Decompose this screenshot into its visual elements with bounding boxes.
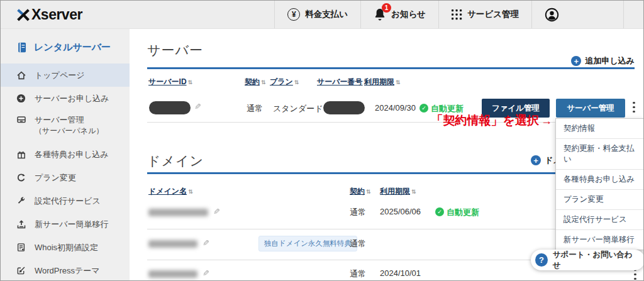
sidebar-item-plan-change[interactable]: プラン変更 [1,166,130,189]
col-domain-name[interactable]: ドメイン名⇅ [148,186,193,197]
payment-button[interactable]: ¥ 料金支払い [274,1,360,28]
service-management-label: サービス管理 [467,9,519,20]
menu-item-renewal-payment[interactable]: 契約更新・料金支払い [556,139,643,170]
sidebar-item-server-migration[interactable]: 新サーバー簡単移行 [1,212,130,236]
domain-name-redacted [148,270,197,278]
header-spacer [623,1,643,28]
server-management-button[interactable]: サーバー管理 [556,99,625,118]
menu-item-plan-change[interactable]: プラン変更 [556,190,643,210]
col-domain-contract[interactable]: 契約⇅ [350,186,371,197]
annotation-select-contract-info: 「契約情報」を選択→ [431,113,552,129]
col-expiry[interactable]: 利用期限⇅ [364,77,401,87]
sidebar-item-whois[interactable]: Whois初期値設定 [1,236,130,259]
domain-renewal-status: 自動更新 [447,207,479,218]
news-label: お知らせ [391,9,426,20]
sidebar-item-label: プラン変更 [35,172,76,184]
domain-expiry-value: 2025/06/06 [380,207,421,216]
server-number-redacted [323,101,365,114]
sidebar-item-setup-service[interactable]: 設定代行サービス [1,189,130,212]
grid-icon [452,9,462,20]
menu-item-benefits[interactable]: 各種特典お申し込み [556,170,643,190]
sidebar-item-label: Whois初期値設定 [35,242,98,253]
notification-badge: 1 [382,3,391,13]
edit-domain-icon[interactable]: ✎ [203,268,209,278]
server-section-title: サーバー [147,41,203,59]
header-nav: ¥ 料金支払い 1 お知らせ [274,1,643,28]
sort-icon: ⇅ [366,189,371,195]
edit-server-id-icon[interactable]: ✎ [194,102,201,111]
sidebar-item-label: 新サーバー簡単移行 [35,219,109,230]
service-title: レンタルサーバー [34,41,111,53]
add-server-label: 追加申し込み [585,55,635,67]
sidebar-item-top-page[interactable]: トップページ [1,63,130,87]
sort-icon: ⇅ [188,189,193,195]
rental-server-icon [16,41,28,53]
top-header: Xserver ¥ 料金支払い 1 お知らせ [1,1,643,29]
app-window: Xserver ¥ 料金支払い 1 お知らせ [0,0,644,281]
yen-circle-icon: ¥ [287,8,300,21]
wrench-icon [16,196,26,206]
edit-icon [16,266,26,275]
refresh-icon [16,173,26,182]
sort-icon: ⇅ [261,79,266,85]
col-server-id[interactable]: サーバーID⇅ [148,77,192,87]
home-icon [16,70,26,80]
menu-item-server-migration[interactable]: 新サーバー簡単移行 [556,230,643,250]
col-server-number[interactable]: サーバー番号⇅ [317,77,369,87]
domain-contract-value: 通常 [350,268,366,280]
migrate-icon [16,219,26,229]
support-label: サポート・お問い合わせ [553,250,635,271]
plus-icon: + [531,155,541,165]
edit-domain-icon[interactable]: ✎ [213,207,220,216]
add-server-button[interactable]: + 追加申し込み [571,55,635,67]
domain-name-redacted [148,209,208,216]
check-circle-icon: ✓ [419,104,428,113]
plus-icon: + [571,56,581,66]
main-content: サーバー + 追加申し込み サーバーID⇅ 契約⇅ プラン⇅ サーバー番号⇅ 利… [130,29,644,281]
free-domain-badge: 独自ドメイン永久無料特典 [258,236,357,251]
sidebar-item-label: トップページ [35,70,85,81]
sidebar-item-wordpress-theme[interactable]: WordPressテーマ [1,259,130,281]
sort-icon: ⇅ [294,79,299,85]
sidebar-item-server-panel[interactable]: サーバー管理 （サーバーパネル） [1,110,130,143]
server-section-divider [147,67,635,69]
edit-domain-icon[interactable]: ✎ [203,238,209,248]
server-plan-value: スタンダード [273,103,323,114]
check-circle-icon: ✓ [435,207,444,216]
sidebar-item-benefits[interactable]: 各種特典お申し込み [1,143,130,166]
news-button[interactable]: 1 お知らせ [360,1,438,28]
plus-circle-icon [16,94,26,103]
sidebar-service-header[interactable]: レンタルサーバー [1,29,130,63]
col-domain-expiry[interactable]: 利用期限⇅ [380,186,416,197]
sidebar-item-label: 設定代行サービス [35,196,101,207]
sidebar-item-server-apply[interactable]: サーバーお申し込み [1,87,130,110]
question-icon: ? [535,253,548,267]
server-contract-value: 通常 [247,103,263,114]
col-plan[interactable]: プラン⇅ [270,77,299,87]
annotation-text: 「契約情報」を選択 [431,113,539,129]
domain-contract-value: 通常 [350,207,366,218]
annotation-arrow-icon: → [541,114,552,128]
server-management-dropdown: 契約情報 契約更新・料金支払い 各種特典お申し込み プラン変更 設定代行サービス… [555,118,644,250]
logo-text: Xserver [31,6,82,23]
domain-name-redacted [148,240,197,248]
server-id-redacted [149,101,191,114]
sort-icon: ⇅ [411,189,416,195]
server-row-menu-button[interactable] [629,99,639,115]
menu-item-contract-info[interactable]: 契約情報 [556,119,643,139]
server-expiry-value: 2024/09/30 [375,103,416,113]
domain-contract-value: 通常 [350,238,366,250]
logo-x-icon [16,7,31,22]
col-contract[interactable]: 契約⇅ [245,77,266,87]
menu-item-setup-service[interactable]: 設定代行サービス [556,210,643,230]
sidebar: レンタルサーバー トップページ サーバーお申し込み サーバー管理 （サーバーパネ… [1,29,130,281]
support-contact-button[interactable]: ? サポート・お問い合わせ [531,250,644,270]
sort-icon: ⇅ [188,79,193,85]
server-icon [16,114,26,124]
account-button[interactable] [531,1,623,28]
sort-icon: ⇅ [396,79,401,85]
service-management-button[interactable]: サービス管理 [438,1,531,28]
sidebar-item-label: 各種特典お申し込み [35,149,109,160]
sidebar-item-label: サーバーお申し込み [35,93,109,104]
xserver-logo[interactable]: Xserver [1,6,82,23]
